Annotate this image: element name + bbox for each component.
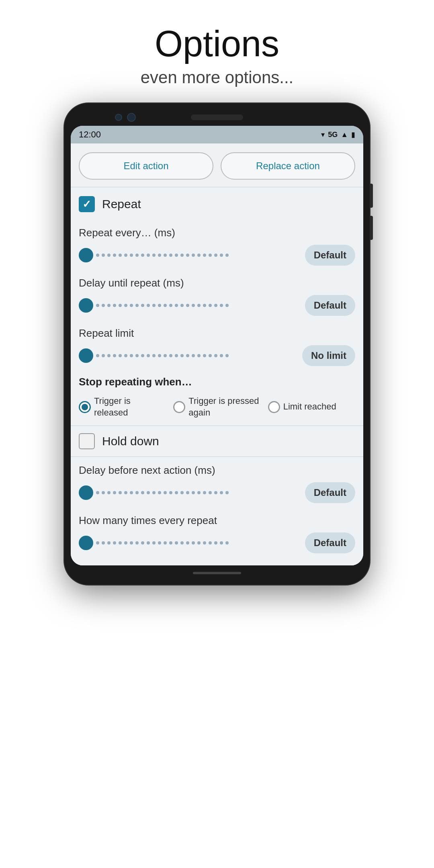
- repeat-checkbox[interactable]: ✓: [79, 196, 95, 212]
- wifi-icon: ▾: [321, 130, 325, 139]
- repeat-label: Repeat: [102, 197, 141, 211]
- delay-before-next-slider-row: Default: [79, 482, 355, 503]
- radio-trigger-pressed[interactable]: Trigger is pressed again: [173, 395, 260, 418]
- how-many-times-block: How many times every repeat: [71, 507, 363, 557]
- repeat-every-thumb[interactable]: [79, 248, 93, 262]
- repeat-limit-slider[interactable]: [79, 348, 296, 363]
- delay-before-next-block: Delay before next action (ms): [71, 457, 363, 507]
- how-many-times-slider-row: Default: [79, 532, 355, 553]
- radio-limit-reached-label: Limit reached: [283, 401, 336, 413]
- status-time: 12:00: [79, 129, 101, 140]
- screen-content: Edit action Replace action ✓ Repeat Repe…: [71, 143, 363, 565]
- delay-until-repeat-thumb[interactable]: [79, 298, 93, 313]
- stop-repeating-options: Trigger is released Trigger is pressed a…: [71, 392, 363, 426]
- how-many-times-slider[interactable]: [79, 536, 299, 550]
- delay-before-next-dots: [95, 491, 299, 494]
- front-camera-right: [127, 113, 136, 122]
- bottom-padding: [71, 557, 363, 565]
- phone-frame: 12:00 ▾ 5G ▲ ▮ Edit action Replace actio…: [64, 103, 370, 585]
- repeat-every-block: Repeat every… (ms): [71, 219, 363, 270]
- hold-down-row[interactable]: Hold down: [79, 433, 355, 449]
- phone-top: [71, 111, 363, 126]
- delay-until-repeat-slider[interactable]: [79, 298, 299, 313]
- radio-limit-reached-circle[interactable]: [268, 401, 280, 413]
- delay-before-next-value[interactable]: Default: [305, 482, 355, 503]
- repeat-limit-value[interactable]: No limit: [302, 345, 355, 366]
- radio-trigger-released[interactable]: Trigger is released: [79, 395, 166, 418]
- delay-before-next-label: Delay before next action (ms): [79, 464, 355, 477]
- phone-bottom: [71, 565, 363, 577]
- radio-trigger-released-circle[interactable]: [79, 401, 91, 413]
- front-camera-left: [115, 114, 122, 121]
- delay-before-next-thumb[interactable]: [79, 485, 93, 500]
- how-many-times-dots: [95, 542, 299, 544]
- radio-limit-reached[interactable]: Limit reached: [268, 401, 355, 413]
- stop-repeating-header: Stop repeating when…: [71, 370, 363, 392]
- radio-trigger-released-label: Trigger is released: [94, 395, 166, 418]
- page-title: Options: [141, 24, 294, 64]
- repeat-limit-label: Repeat limit: [79, 327, 355, 340]
- delay-until-repeat-value[interactable]: Default: [305, 295, 355, 316]
- repeat-every-label: Repeat every… (ms): [79, 227, 355, 239]
- repeat-every-slider[interactable]: [79, 248, 299, 262]
- repeat-limit-thumb[interactable]: [79, 348, 93, 363]
- repeat-limit-slider-row: No limit: [79, 345, 355, 366]
- delay-until-repeat-dots: [95, 304, 299, 307]
- hold-down-checkbox[interactable]: [79, 433, 95, 449]
- hold-down-label: Hold down: [102, 434, 159, 448]
- edit-action-button[interactable]: Edit action: [79, 152, 213, 180]
- delay-until-repeat-label: Delay until repeat (ms): [79, 277, 355, 289]
- how-many-times-value[interactable]: Default: [305, 532, 355, 553]
- phone-screen: 12:00 ▾ 5G ▲ ▮ Edit action Replace actio…: [71, 126, 363, 565]
- power-button: [370, 184, 373, 208]
- page-header: Options even more options...: [141, 0, 294, 103]
- delay-until-repeat-block: Delay until repeat (ms): [71, 270, 363, 320]
- delay-until-repeat-slider-row: Default: [79, 295, 355, 316]
- page-subtitle: even more options...: [141, 68, 294, 87]
- speaker: [191, 115, 243, 120]
- repeat-row[interactable]: ✓ Repeat: [71, 187, 363, 219]
- how-many-times-thumb[interactable]: [79, 536, 93, 550]
- battery-icon: ▮: [351, 130, 355, 139]
- radio-trigger-pressed-label: Trigger is pressed again: [188, 395, 260, 418]
- radio-trigger-pressed-circle[interactable]: [173, 401, 185, 413]
- replace-action-button[interactable]: Replace action: [221, 152, 355, 180]
- checkmark-icon: ✓: [82, 199, 91, 209]
- top-buttons-row: Edit action Replace action: [71, 143, 363, 187]
- volume-button: [370, 216, 373, 240]
- repeat-limit-dots: [95, 354, 296, 357]
- signal-icon: ▲: [341, 131, 348, 139]
- repeat-every-slider-row: Default: [79, 245, 355, 266]
- how-many-times-label: How many times every repeat: [79, 514, 355, 527]
- home-indicator: [193, 572, 241, 574]
- delay-before-next-slider[interactable]: [79, 485, 299, 500]
- status-bar: 12:00 ▾ 5G ▲ ▮: [71, 126, 363, 143]
- hold-down-section: Hold down: [71, 426, 363, 457]
- status-icons: ▾ 5G ▲ ▮: [321, 130, 355, 139]
- repeat-every-value[interactable]: Default: [305, 245, 355, 266]
- repeat-limit-block: Repeat limit: [71, 320, 363, 370]
- network-label: 5G: [328, 131, 338, 139]
- repeat-every-dots: [95, 254, 299, 256]
